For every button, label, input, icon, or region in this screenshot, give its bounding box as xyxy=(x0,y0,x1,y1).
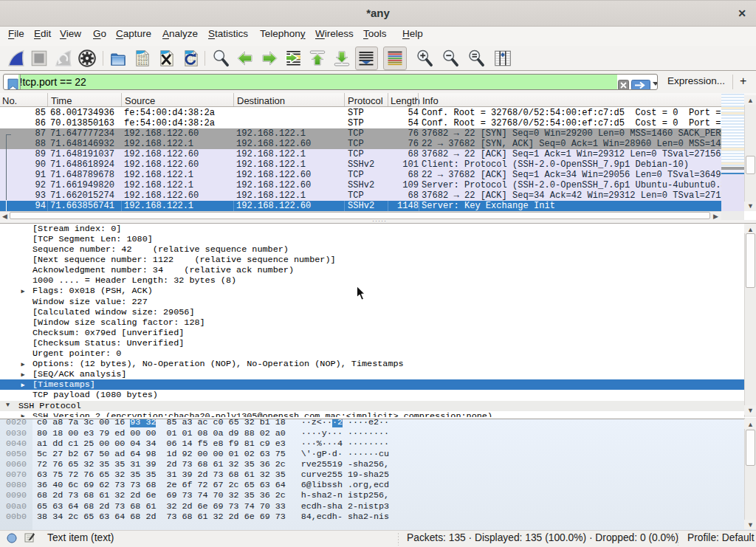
svg-text:0111: 0111 xyxy=(138,61,148,66)
